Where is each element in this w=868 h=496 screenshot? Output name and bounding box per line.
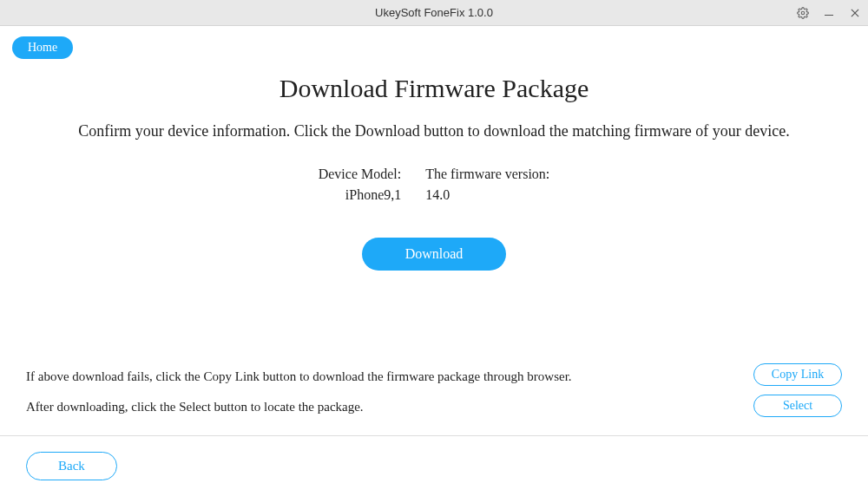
window-title: UkeySoft FoneFix 1.0.0 bbox=[375, 6, 493, 19]
home-button[interactable]: Home bbox=[12, 36, 73, 59]
download-button[interactable]: Download bbox=[362, 238, 507, 271]
bottom-buttons: Copy Link Select bbox=[753, 362, 842, 417]
titlebar-controls bbox=[790, 0, 868, 25]
minimize-button[interactable] bbox=[816, 0, 842, 26]
copy-link-button[interactable]: Copy Link bbox=[753, 363, 842, 386]
close-icon bbox=[849, 7, 861, 19]
select-button[interactable]: Select bbox=[753, 395, 842, 417]
gear-icon bbox=[797, 7, 809, 19]
device-model-value: iPhone9,1 bbox=[319, 187, 402, 203]
main-content: Download Firmware Package Confirm your d… bbox=[0, 26, 868, 271]
titlebar: UkeySoft FoneFix 1.0.0 bbox=[0, 0, 868, 26]
settings-button[interactable] bbox=[790, 0, 816, 26]
fallback-text-line2: After downloading, click the Select butt… bbox=[26, 392, 572, 422]
firmware-label: The firmware version: bbox=[425, 166, 549, 182]
device-model-label: Device Model: bbox=[319, 166, 402, 182]
firmware-value: 14.0 bbox=[425, 187, 549, 203]
device-model-column: Device Model: iPhone9,1 bbox=[319, 166, 402, 203]
bottom-text: If above download fails, click the Copy … bbox=[26, 362, 572, 421]
back-button[interactable]: Back bbox=[26, 452, 117, 480]
bottom-section: If above download fails, click the Copy … bbox=[0, 362, 868, 421]
page-title: Download Firmware Package bbox=[0, 74, 868, 103]
device-info: Device Model: iPhone9,1 The firmware ver… bbox=[0, 166, 868, 203]
svg-point-0 bbox=[801, 11, 805, 15]
minimize-icon bbox=[825, 15, 833, 16]
fallback-text-line1: If above download fails, click the Copy … bbox=[26, 362, 572, 392]
page-subtitle: Confirm your device information. Click t… bbox=[0, 122, 868, 140]
close-button[interactable] bbox=[842, 0, 868, 26]
footer: Back bbox=[0, 435, 868, 496]
firmware-column: The firmware version: 14.0 bbox=[425, 166, 549, 203]
